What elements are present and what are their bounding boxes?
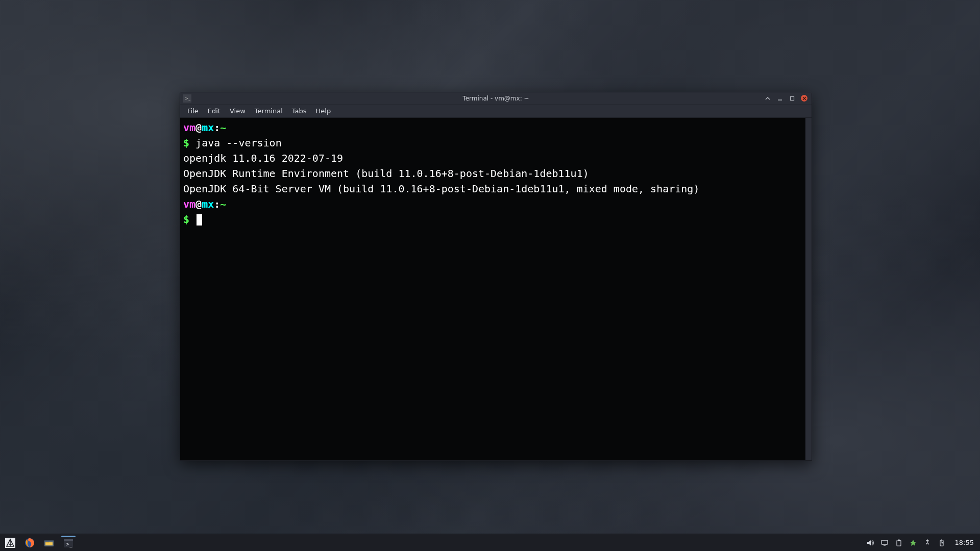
taskbar-clock[interactable]: 18:55 (952, 539, 977, 546)
taskbar: >_ 18:55 (0, 534, 980, 551)
prompt-colon: : (214, 198, 220, 210)
prompt-host: mx (202, 198, 214, 210)
svg-rect-18 (898, 539, 900, 541)
menu-view[interactable]: View (226, 106, 250, 116)
window-minimize-button[interactable] (776, 95, 783, 102)
command-text: java --version (195, 137, 282, 149)
prompt-dollar: $ (183, 137, 195, 149)
start-menu-button[interactable] (3, 536, 17, 550)
svg-text:>_: >_ (185, 96, 190, 101)
terminal-app-icon: >_ (183, 94, 191, 103)
menu-edit[interactable]: Edit (204, 106, 225, 116)
window-titlebar[interactable]: >_ Terminal - vm@mx: ~ (180, 92, 812, 105)
clipboard-icon[interactable] (895, 539, 903, 547)
taskbar-terminal-icon[interactable]: >_ (61, 536, 76, 550)
volume-icon[interactable] (866, 539, 874, 547)
window-title: Terminal - vm@mx: ~ (180, 95, 812, 102)
prompt-line-2: vm@mx:~ (183, 196, 808, 212)
menubar: File Edit View Terminal Tabs Help (180, 105, 812, 118)
svg-rect-13 (64, 539, 73, 541)
svg-rect-9 (44, 540, 54, 541)
prompt-line-1: vm@mx:~ (183, 120, 808, 135)
svg-rect-3 (791, 96, 794, 100)
output-line-2: OpenJDK Runtime Environment (build 11.0.… (183, 166, 808, 181)
svg-rect-15 (881, 540, 888, 544)
window-maximize-button[interactable] (789, 95, 796, 102)
prompt-at: @ (195, 198, 202, 210)
prompt-path: ~ (220, 198, 226, 210)
menu-help[interactable]: Help (312, 106, 335, 116)
cursor (197, 214, 202, 226)
prompt-line-3: $ (183, 212, 808, 227)
prompt-user: vm (183, 121, 195, 134)
firefox-icon[interactable] (22, 536, 37, 550)
menu-file[interactable]: File (183, 106, 203, 116)
svg-rect-20 (941, 539, 942, 540)
terminal-window: >_ Terminal - vm@mx: ~ File Edit (180, 92, 812, 461)
prompt-path: ~ (220, 121, 226, 134)
terminal-body[interactable]: vm@mx:~ $ java --version openjdk 11.0.16… (180, 118, 812, 460)
svg-rect-17 (897, 540, 901, 546)
prompt-colon: : (214, 121, 220, 134)
menu-tabs[interactable]: Tabs (288, 106, 311, 116)
window-shade-button[interactable] (764, 95, 771, 102)
network-icon[interactable] (923, 539, 932, 547)
power-icon[interactable] (938, 539, 946, 547)
system-tray: 18:55 (866, 539, 977, 547)
prompt-user: vm (183, 198, 195, 210)
terminal-scrollbar[interactable] (805, 118, 812, 460)
display-icon[interactable] (880, 539, 889, 547)
prompt-host: mx (202, 121, 214, 134)
command-line-1: $ java --version (183, 135, 808, 151)
prompt-dollar: $ (183, 213, 195, 226)
output-line-3: OpenJDK 64-Bit Server VM (build 11.0.16+… (183, 181, 808, 196)
svg-text:>_: >_ (65, 541, 72, 547)
prompt-at: @ (195, 121, 202, 134)
mx-updater-icon[interactable] (909, 539, 917, 547)
window-close-button[interactable] (801, 95, 807, 102)
desktop: >_ Terminal - vm@mx: ~ File Edit (0, 0, 980, 551)
file-manager-icon[interactable] (42, 536, 56, 550)
svg-rect-11 (45, 542, 49, 543)
output-line-1: openjdk 11.0.16 2022-07-19 (183, 151, 808, 166)
menu-terminal[interactable]: Terminal (251, 106, 287, 116)
